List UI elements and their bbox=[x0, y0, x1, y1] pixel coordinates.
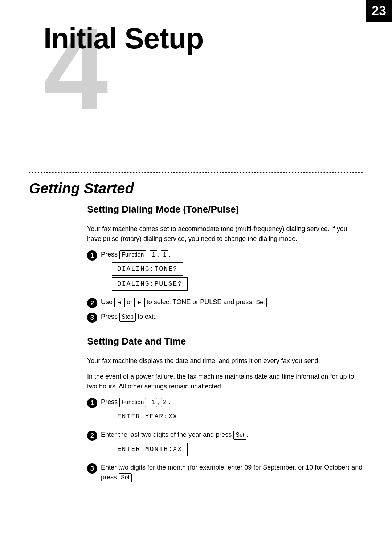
dt-key-1: 1 bbox=[150, 398, 157, 407]
datetime-intro-text-2: In the event of a power failure, the fax… bbox=[87, 372, 363, 391]
datetime-step-3-content: Enter two digits for the month (for exam… bbox=[101, 463, 363, 482]
datetime-step-1-content: Press Function, 1, 2. ENTER YEAR:XX bbox=[101, 397, 363, 426]
dt-step-number-1: 1 bbox=[87, 398, 97, 408]
dt-key-2: 2 bbox=[161, 398, 168, 407]
step-number-3: 3 bbox=[87, 313, 97, 323]
dialing-step-3-content: Press Stop to exit. bbox=[101, 312, 363, 322]
dialing-intro-text: Your fax machine comes set to accommodat… bbox=[87, 224, 363, 244]
dialing-steps: 1 Press Function, 1, 1. DIALING:TONE? DI… bbox=[87, 250, 363, 323]
dialing-step-1-content: Press Function, 1, 1. DIALING:TONE? DIAL… bbox=[101, 250, 363, 294]
stop-key: Stop bbox=[119, 313, 136, 322]
lcd-enter-month: ENTER MONTH:XX bbox=[112, 443, 188, 456]
left-arrow-key: ◄ bbox=[114, 298, 125, 307]
set-key-1: Set bbox=[254, 298, 267, 307]
function-key-dt: Function bbox=[119, 398, 146, 407]
chapter-title: Initial Setup bbox=[0, 0, 392, 55]
function-key: Function bbox=[119, 250, 146, 259]
dt-step-number-2: 2 bbox=[87, 431, 97, 441]
lcd-dialing-tone: DIALING:TONE? bbox=[112, 262, 183, 276]
datetime-step-1: 1 Press Function, 1, 2. ENTER YEAR:XX bbox=[87, 397, 363, 426]
lcd-dialing-pulse: DIALING:PULSE? bbox=[112, 277, 188, 291]
section-title: Getting Started bbox=[0, 173, 392, 200]
datetime-step-3: 3 Enter two digits for the month (for ex… bbox=[87, 463, 363, 482]
datetime-step-2-content: Enter the last two digits of the year an… bbox=[101, 430, 363, 459]
datetime-lcd-month: ENTER MONTH:XX bbox=[112, 443, 363, 456]
set-key-dt-2: Set bbox=[119, 473, 132, 482]
dialing-step-3: 3 Press Stop to exit. bbox=[87, 312, 363, 323]
dt-step-number-3: 3 bbox=[87, 463, 97, 474]
dialing-step-2-content: Use ◄ or ► to select TONE or PULSE and p… bbox=[101, 297, 363, 307]
subsection-title-datetime: Setting Date and Time bbox=[87, 336, 363, 350]
step-number-2: 2 bbox=[87, 298, 97, 308]
subsection-date-time: Setting Date and Time Your fax machine d… bbox=[87, 336, 363, 482]
datetime-step-2: 2 Enter the last two digits of the year … bbox=[87, 430, 363, 459]
step-number-1: 1 bbox=[87, 250, 97, 261]
lcd-enter-year: ENTER YEAR:XX bbox=[112, 410, 183, 423]
dialing-step-2: 2 Use ◄ or ► to select TONE or PULSE and… bbox=[87, 297, 363, 308]
content-area: Setting Dialing Mode (Tone/Pulse) Your f… bbox=[0, 200, 392, 482]
right-arrow-key: ► bbox=[134, 298, 145, 307]
datetime-lcd-year: ENTER YEAR:XX bbox=[112, 410, 363, 423]
key-1a: 1 bbox=[150, 250, 157, 259]
subsection-title-dialing: Setting Dialing Mode (Tone/Pulse) bbox=[87, 204, 363, 218]
set-key-dt-1: Set bbox=[233, 431, 246, 440]
dialing-lcd-display: DIALING:TONE? DIALING:PULSE? bbox=[112, 262, 363, 291]
key-1b: 1 bbox=[161, 250, 168, 259]
subsection-dialing-mode: Setting Dialing Mode (Tone/Pulse) Your f… bbox=[87, 204, 363, 323]
datetime-steps: 1 Press Function, 1, 2. ENTER YEAR:XX 2 … bbox=[87, 397, 363, 482]
dialing-step-1: 1 Press Function, 1, 1. DIALING:TONE? DI… bbox=[87, 250, 363, 294]
datetime-intro-text-1: Your fax machine displays the date and t… bbox=[87, 356, 363, 366]
